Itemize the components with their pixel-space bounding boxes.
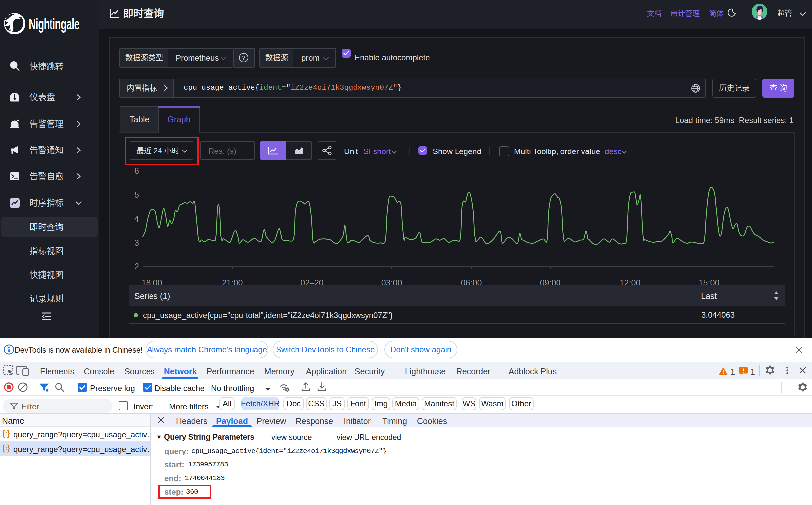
svg-text:?: ? bbox=[242, 55, 245, 61]
